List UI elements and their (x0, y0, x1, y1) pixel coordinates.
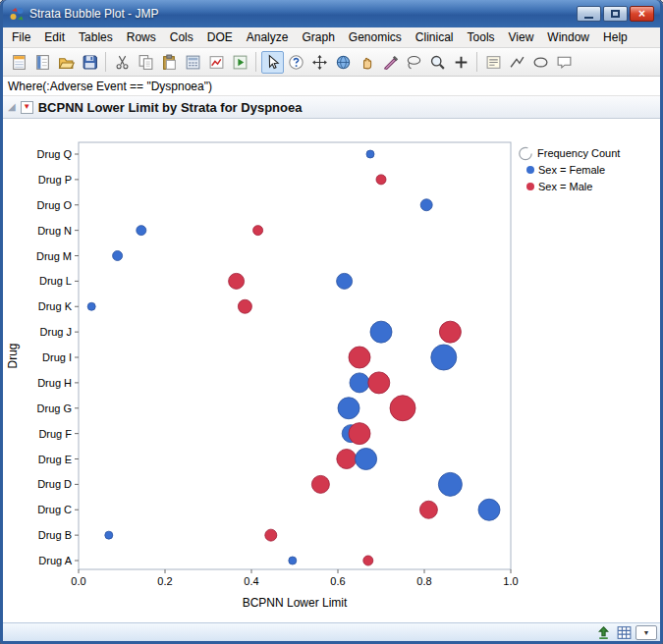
annotate-balloon-icon[interactable] (553, 51, 576, 74)
frequency-count-bubble-icon (518, 145, 533, 161)
grabber-tool-icon[interactable] (356, 51, 378, 74)
menu-doe[interactable]: DOE (200, 28, 240, 46)
y-category-label: Drug E (38, 454, 72, 465)
bubble-drug-k-female[interactable] (87, 302, 95, 310)
bubble-drug-h-female[interactable] (350, 373, 369, 393)
status-dropdown-button[interactable]: ▼ (635, 625, 657, 640)
menu-rows[interactable]: Rows (120, 28, 163, 46)
menu-file[interactable]: File (5, 28, 37, 46)
y-category-label: Drug K (38, 300, 73, 312)
bubble-drug-g-female[interactable] (338, 398, 359, 419)
x-tick-label: 0.6 (330, 575, 345, 587)
bubble-drug-o-female[interactable] (420, 199, 432, 211)
bubble-drug-n-female[interactable] (137, 226, 146, 236)
title-bar[interactable]: Strata Bubble Plot - JMP × (3, 0, 660, 27)
bubble-drug-c-male[interactable] (419, 501, 437, 518)
x-axis-title: BCPNN Lower Limit (243, 596, 348, 610)
bubble-drug-e-female[interactable] (356, 449, 377, 470)
open-icon[interactable] (55, 51, 78, 74)
bubble-drug-p-male[interactable] (376, 175, 386, 185)
bubble-drug-b-male[interactable] (265, 529, 277, 541)
lasso-tool-icon[interactable] (403, 51, 425, 74)
go-top-icon[interactable] (594, 624, 612, 640)
disclosure-triangle-icon[interactable]: ◢ (8, 102, 16, 112)
bubble-drug-e-male[interactable] (337, 450, 357, 469)
arrow-tool-icon[interactable] (261, 51, 284, 74)
menu-help[interactable]: Help (596, 28, 635, 46)
annotate-text-icon[interactable] (482, 51, 505, 74)
pan-tool-icon[interactable] (308, 51, 331, 74)
bubble-drug-b-female[interactable] (105, 531, 113, 539)
menu-cols[interactable]: Cols (163, 28, 200, 46)
bubble-drug-m-female[interactable] (113, 251, 123, 261)
menu-graph[interactable]: Graph (295, 28, 341, 46)
new-journal-icon[interactable] (31, 51, 54, 74)
menu-view[interactable]: View (502, 28, 541, 46)
window-controls: × (577, 6, 654, 22)
minimize-button[interactable] (577, 6, 601, 22)
menu-clinical[interactable]: Clinical (409, 28, 461, 46)
window-title: Strata Bubble Plot - JMP (29, 7, 572, 21)
magnifier-tool-icon[interactable] (426, 51, 449, 74)
toolbar-separator (476, 52, 477, 72)
y-category-label: Drug P (38, 174, 72, 186)
report-area: 0.00.20.40.60.81.0Drug ADrug BDrug CDrug… (3, 119, 660, 622)
menu-tools[interactable]: Tools (461, 28, 502, 46)
legend-series-label[interactable]: Sex = Female (538, 164, 605, 176)
menu-tables[interactable]: Tables (72, 28, 120, 46)
cut-icon[interactable] (111, 51, 134, 74)
bubble-drug-l-female[interactable] (337, 273, 353, 289)
bubble-drug-d-male[interactable] (311, 475, 329, 493)
menu-window[interactable]: Window (540, 28, 596, 46)
bubble-drug-g-male[interactable] (390, 396, 415, 421)
legend: Frequency CountSex = FemaleSex = Male (518, 144, 620, 194)
calculator-icon[interactable] (182, 51, 204, 74)
red-hotspot-icon[interactable]: ▼ (21, 101, 33, 114)
y-category-label: Drug L (39, 275, 72, 287)
bubble-drug-f-male[interactable] (349, 423, 370, 445)
y-category-label: Drug F (38, 428, 72, 440)
bubble-drug-a-female[interactable] (289, 557, 297, 564)
new-data-table-icon[interactable] (8, 51, 30, 74)
annotate-line-icon[interactable] (506, 51, 528, 74)
paste-icon[interactable] (158, 51, 181, 74)
bubble-drug-a-male[interactable] (363, 556, 373, 565)
help-tool-icon[interactable] (285, 51, 307, 74)
bubble-drug-c-female[interactable] (478, 499, 500, 520)
bubble-drug-q-female[interactable] (366, 150, 374, 158)
section-header: ◢ ▼ BCPNN Lower Limit by Strata for Dysp… (3, 96, 660, 119)
crosshair-tool-icon[interactable] (450, 51, 472, 74)
maximize-button[interactable] (603, 6, 628, 22)
menu-analyze[interactable]: Analyze (240, 28, 296, 46)
bubble-drug-i-female[interactable] (431, 345, 457, 370)
scroller-tool-icon[interactable] (379, 51, 402, 74)
bubble-drug-l-male[interactable] (229, 273, 245, 289)
menu-edit[interactable]: Edit (37, 28, 72, 46)
copy-icon[interactable] (135, 51, 157, 74)
annotate-shape-icon[interactable] (529, 51, 552, 74)
bubble-drug-i-male[interactable] (349, 347, 370, 368)
bubble-drug-d-female[interactable] (438, 472, 462, 496)
brush-tool-icon[interactable] (332, 51, 355, 74)
bubble-drug-k-male[interactable] (238, 299, 251, 313)
y-category-label: Drug J (40, 326, 72, 338)
bubble-drug-j-male[interactable] (439, 321, 461, 343)
legend-series-label[interactable]: Sex = Male (538, 181, 592, 192)
status-bar: ▼ (3, 622, 660, 641)
bubble-drug-n-male[interactable] (253, 226, 263, 236)
close-button[interactable]: × (630, 6, 654, 22)
jmp-app-icon (9, 6, 25, 22)
save-icon[interactable] (79, 51, 101, 74)
legend-marker-male[interactable] (526, 183, 534, 190)
legend-marker-female[interactable] (526, 166, 534, 174)
bubble-drug-h-male[interactable] (368, 372, 390, 394)
x-tick-label: 1.0 (503, 575, 518, 587)
where-text: Where(:Adverse Event == "Dyspnoea") (8, 80, 212, 93)
clear-icon[interactable] (205, 51, 228, 74)
run-script-icon[interactable] (229, 51, 251, 74)
menu-genomics[interactable]: Genomics (342, 28, 409, 46)
bubble-drug-j-female[interactable] (370, 321, 392, 343)
y-category-label: Drug G (37, 402, 72, 414)
y-category-label: Drug H (37, 377, 72, 389)
grid-icon[interactable] (615, 624, 633, 640)
